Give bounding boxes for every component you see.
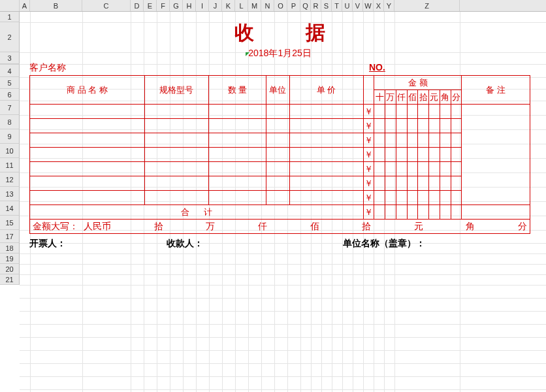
- cell[interactable]: [266, 148, 290, 162]
- cell[interactable]: [440, 162, 451, 176]
- cell[interactable]: [385, 133, 396, 148]
- cell[interactable]: [374, 176, 385, 191]
- col-header-R[interactable]: R: [311, 0, 321, 11]
- cell[interactable]: [374, 191, 385, 205]
- cell[interactable]: [451, 191, 462, 205]
- col-header-K[interactable]: K: [222, 0, 235, 11]
- cell[interactable]: [440, 176, 451, 191]
- col-header-Q[interactable]: Q: [300, 0, 311, 11]
- row-header-7[interactable]: 7: [0, 101, 20, 115]
- cell[interactable]: [144, 148, 208, 162]
- cell[interactable]: [289, 119, 363, 133]
- cell[interactable]: [385, 162, 396, 176]
- cell[interactable]: [440, 133, 451, 148]
- cell[interactable]: [144, 191, 208, 205]
- row-header-19[interactable]: 19: [0, 253, 20, 264]
- cell[interactable]: [451, 176, 462, 191]
- cell[interactable]: [209, 105, 266, 119]
- col-header-S[interactable]: S: [321, 0, 332, 11]
- row-header-1[interactable]: 1: [0, 12, 20, 22]
- cell[interactable]: [266, 162, 290, 176]
- cell[interactable]: [374, 119, 385, 133]
- cell[interactable]: [440, 105, 451, 119]
- row-header-3[interactable]: 3: [0, 52, 20, 64]
- cell[interactable]: [451, 119, 462, 133]
- row-header-13[interactable]: 13: [0, 187, 20, 201]
- cell[interactable]: [429, 105, 440, 119]
- cell[interactable]: [374, 162, 385, 176]
- cell[interactable]: [289, 133, 363, 148]
- cell[interactable]: [418, 105, 429, 119]
- row-header-20[interactable]: 20: [0, 264, 20, 274]
- cell[interactable]: [418, 133, 429, 148]
- cell[interactable]: [396, 148, 407, 162]
- col-header-W[interactable]: W: [363, 0, 374, 11]
- cell[interactable]: [451, 133, 462, 148]
- row-header-6[interactable]: 6: [0, 89, 20, 101]
- cell[interactable]: [429, 191, 440, 205]
- col-header-T[interactable]: T: [332, 0, 342, 11]
- cell[interactable]: [209, 133, 266, 148]
- col-header-Z[interactable]: Z: [394, 0, 460, 11]
- cell[interactable]: [429, 119, 440, 133]
- col-header-U[interactable]: U: [342, 0, 353, 11]
- cell[interactable]: [374, 105, 385, 119]
- cell[interactable]: [396, 176, 407, 191]
- cell[interactable]: [144, 105, 208, 119]
- cell[interactable]: [385, 148, 396, 162]
- cell[interactable]: [30, 191, 145, 205]
- cell[interactable]: [144, 119, 208, 133]
- row-header-5[interactable]: 5: [0, 77, 20, 89]
- cell[interactable]: [385, 105, 396, 119]
- col-header-M[interactable]: M: [248, 0, 261, 11]
- col-header-V[interactable]: V: [353, 0, 363, 11]
- cell[interactable]: [144, 162, 208, 176]
- cell[interactable]: [429, 133, 440, 148]
- row-header-18[interactable]: 18: [0, 243, 20, 253]
- row-header-14[interactable]: 14: [0, 201, 20, 216]
- row-header-11[interactable]: 11: [0, 158, 20, 172]
- cell[interactable]: [289, 162, 363, 176]
- cell[interactable]: [266, 133, 290, 148]
- cell[interactable]: [440, 191, 451, 205]
- cell[interactable]: [209, 119, 266, 133]
- col-header-E[interactable]: E: [144, 0, 157, 11]
- total-digit[interactable]: [407, 205, 418, 220]
- total-digit[interactable]: [429, 205, 440, 220]
- col-header-H[interactable]: H: [183, 0, 196, 11]
- col-header-O[interactable]: O: [274, 0, 287, 11]
- cell[interactable]: [289, 148, 363, 162]
- cell[interactable]: [407, 105, 418, 119]
- cell[interactable]: [396, 191, 407, 205]
- cell[interactable]: [385, 119, 396, 133]
- col-header-N[interactable]: N: [261, 0, 274, 11]
- cell[interactable]: [209, 176, 266, 191]
- total-digit[interactable]: [385, 205, 396, 220]
- total-digit[interactable]: [440, 205, 451, 220]
- row-header-4[interactable]: 4: [0, 64, 20, 77]
- cell[interactable]: [30, 176, 145, 191]
- cell[interactable]: [407, 133, 418, 148]
- row-header-17[interactable]: 17: [0, 230, 20, 243]
- cell[interactable]: [418, 176, 429, 191]
- row-header-8[interactable]: 8: [0, 115, 20, 129]
- col-header-C[interactable]: C: [82, 0, 131, 11]
- cell[interactable]: [429, 162, 440, 176]
- cell[interactable]: [407, 148, 418, 162]
- col-header-I[interactable]: I: [196, 0, 209, 11]
- cell[interactable]: [396, 105, 407, 119]
- cell[interactable]: [407, 162, 418, 176]
- cell[interactable]: [451, 148, 462, 162]
- col-header-X[interactable]: X: [374, 0, 384, 11]
- cell[interactable]: [30, 119, 145, 133]
- row-header-9[interactable]: 9: [0, 129, 20, 144]
- cell[interactable]: [30, 148, 145, 162]
- row-header-10[interactable]: 10: [0, 144, 20, 158]
- total-digit[interactable]: [418, 205, 429, 220]
- cell[interactable]: [30, 162, 145, 176]
- cell[interactable]: [289, 176, 363, 191]
- cell[interactable]: [209, 148, 266, 162]
- col-header-A[interactable]: A: [20, 0, 30, 11]
- cell[interactable]: [418, 119, 429, 133]
- cell[interactable]: [418, 191, 429, 205]
